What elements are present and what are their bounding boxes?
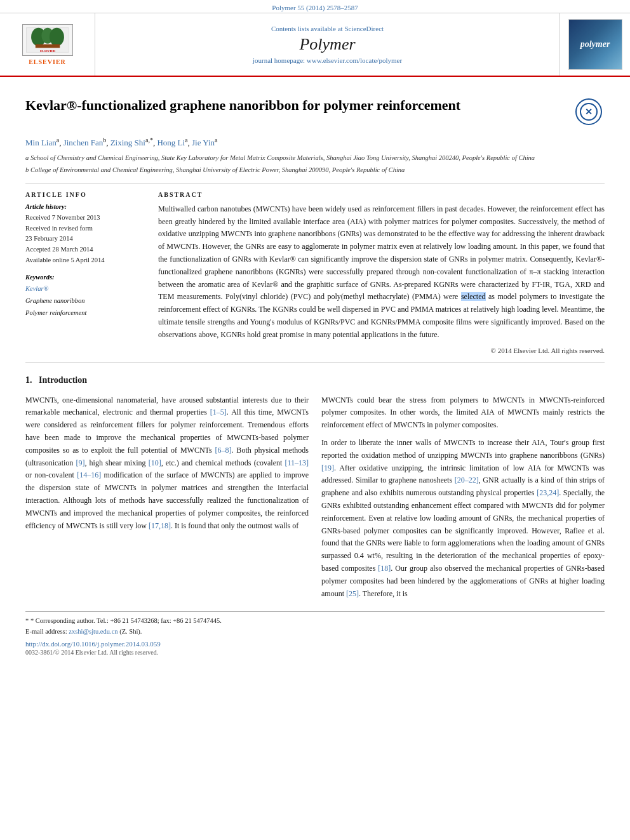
ref-17-18[interactable]: [17,18] [149,521,171,530]
ref-18[interactable]: [18] [378,564,391,573]
ref-23-24[interactable]: [23,24] [537,488,559,497]
intro-col1-text: MWCNTs, one-dimensional nanomaterial, ha… [25,394,309,533]
intro-col1: MWCNTs, one-dimensional nanomaterial, ha… [25,394,309,601]
ref-19[interactable]: [19] [321,463,334,472]
intro-col2: MWCNTs could bear the stress from polyme… [321,394,605,601]
corresponding-author-note: * * Corresponding author. Tel.: +86 21 5… [25,616,605,627]
footer-notes: * * Corresponding author. Tel.: +86 21 5… [25,611,605,656]
divider2 [25,362,605,363]
affiliation-b: b College of Environmental and Chemical … [25,165,605,175]
sciencedirect-link[interactable]: ScienceDirect [344,25,384,32]
crossmark-badge[interactable]: ✕ [573,96,605,128]
sciencedirect-text: Contents lists available at ScienceDirec… [271,25,384,32]
elsevier-logo-section: ELSEVIER ELSEVIER [0,13,95,76]
copyright-text: © 2014 Elsevier Ltd. All rights reserved… [158,347,605,354]
ref-1-5[interactable]: [1–5] [210,408,227,417]
divider [25,183,605,183]
accepted-date: Accepted 28 March 2014 [25,244,143,255]
info-abstract-section: ARTICLE INFO Article history: Received 7… [25,191,605,354]
main-content: Kevlar®-functionalized graphene nanoribb… [0,77,630,669]
article-history: Article history: Received 7 November 201… [25,203,143,266]
ref-20-22[interactable]: [20–22] [455,476,479,484]
author-jie-yin: Jie Yin [192,138,215,147]
doi-line[interactable]: http://dx.doi.org/10.1016/j.polymer.2014… [25,640,605,648]
ref-14-16[interactable]: [14–16] [77,470,101,479]
authors-line: Min Liana, Jinchen Fanb, Zixing Shia,*, … [25,137,605,148]
polymer-thumb-label: polymer [580,39,610,50]
author-min-lian: Min Lian [25,138,57,147]
keyword-1: Kevlar® [25,283,143,295]
journal-homepage-link[interactable]: www.elsevier.com/locate/polymer [307,57,402,64]
keywords-section: Keywords: Kevlar® Graphene nanoribbon Po… [25,274,143,319]
affiliations: a School of Chemistry and Chemical Engin… [25,153,605,175]
section-title-text: Introduction [39,375,87,385]
introduction-section: 1. Introduction MWCNTs, one-dimensional … [25,375,605,601]
intro-body: MWCNTs, one-dimensional nanomaterial, ha… [25,394,605,601]
keyword-3: Polymer reinforcement [25,307,143,319]
crossmark-icon: ✕ [575,98,602,125]
citation-text: Polymer 55 (2014) 2578–2587 [272,4,358,11]
abstract-text: Multiwalled carbon nanotubes (MWCNTs) ha… [158,203,605,342]
journal-name: Polymer [299,35,355,54]
received-date: Received 7 November 2013 [25,213,143,223]
affiliation-a: a School of Chemistry and Chemical Engin… [25,153,605,163]
doi-text[interactable]: http://dx.doi.org/10.1016/j.polymer.2014… [25,640,161,648]
svg-rect-5 [35,44,59,48]
author-hong-li: Hong Li [157,138,185,147]
abstract-header: ABSTRACT [158,191,605,198]
selected-word: selected [461,292,486,301]
available-date: Available online 5 April 2014 [25,255,143,266]
ref-10[interactable]: [10] [149,458,161,467]
author-zixing-shi: Zixing Shi [111,138,145,147]
section-number: 1. [25,375,32,385]
email-address[interactable]: zxshi@sjtu.edu.cn [69,628,117,635]
polymer-thumbnail: polymer [568,19,622,70]
keywords-label: Keywords: [25,274,143,281]
corresponding-star: * [25,617,30,624]
ref-25[interactable]: [25] [346,589,359,598]
journal-center: Contents lists available at ScienceDirec… [95,13,560,76]
journal-thumb-section: polymer [560,13,630,76]
journal-header: ELSEVIER ELSEVIER Contents lists availab… [0,13,630,77]
crossmark-inner: ✕ [580,103,598,121]
received-revised-date: 23 February 2014 [25,234,143,244]
keyword-2: Graphene nanoribbon [25,295,143,307]
abstract-column: ABSTRACT Multiwalled carbon nanotubes (M… [158,191,605,354]
svg-point-4 [49,27,64,46]
citation-bar: Polymer 55 (2014) 2578–2587 [0,0,630,13]
intro-col2-text-p1: MWCNTs could bear the stress from polyme… [321,394,605,432]
issn-line: 0032-3861/© 2014 Elsevier Ltd. All right… [25,649,605,656]
ref-11-13[interactable]: [11–13] [285,458,309,467]
article-title-section: Kevlar®-functionalized graphene nanoribb… [25,90,605,128]
article-info-header: ARTICLE INFO [25,191,143,198]
email-label: E-mail address: [25,628,67,635]
elsevier-label: ELSEVIER [29,58,66,65]
elsevier-logo: ELSEVIER ELSEVIER [22,24,73,65]
history-label: Article history: [25,203,143,210]
ref-9[interactable]: [9] [76,458,84,467]
svg-text:ELSEVIER: ELSEVIER [39,50,55,53]
intro-col2-text-p2: In order to liberate the inner walls of … [321,437,605,600]
article-title: Kevlar®-functionalized graphene nanoribb… [25,96,560,115]
ref-6-8[interactable]: [6–8] [215,446,232,455]
email-person: (Z. Shi). [119,628,142,635]
article-info-column: ARTICLE INFO Article history: Received 7… [25,191,143,354]
email-note: E-mail address: zxshi@sjtu.edu.cn (Z. Sh… [25,627,605,637]
intro-section-title: 1. Introduction [25,375,605,385]
elsevier-logo-image: ELSEVIER [22,24,73,56]
received-revised: Received in revised form [25,223,143,234]
author-jinchen-fan: Jinchen Fan [64,138,103,147]
journal-homepage: journal homepage: www.elsevier.com/locat… [253,57,402,64]
corresponding-text: * Corresponding author. Tel.: +86 21 547… [30,617,222,624]
